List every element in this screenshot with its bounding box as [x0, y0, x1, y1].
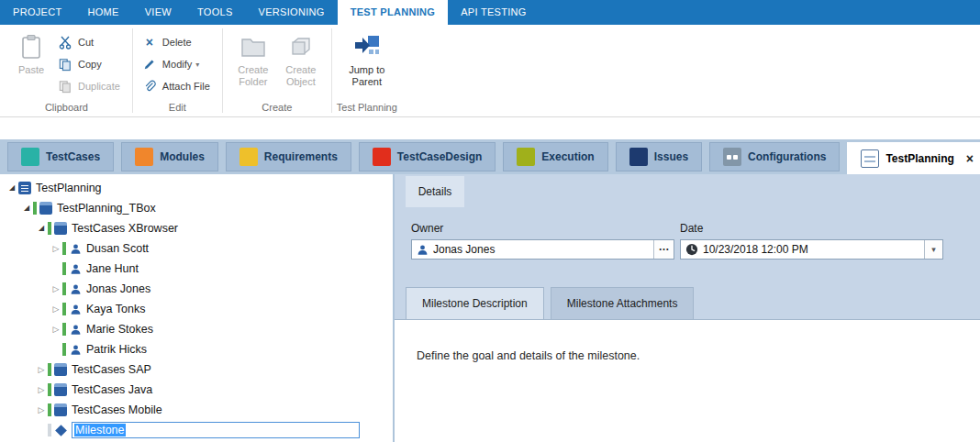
collapsed-arrow-icon[interactable]: ▷: [50, 303, 62, 315]
group-label-create: Create: [224, 100, 330, 116]
ribbon-group-create: Create Folder Create Object Create: [224, 25, 330, 116]
ribbon: Paste Cut Copy: [0, 25, 980, 117]
tab-testcases[interactable]: TestCases: [7, 142, 114, 171]
ribbon-separator: [132, 28, 133, 113]
menubar: PROJECT HOME VIEW TOOLS VERSIONING TEST …: [0, 0, 980, 25]
collapsed-arrow-icon[interactable]: ▷: [35, 383, 48, 396]
tree-item-label: Kaya Tonks: [86, 303, 145, 315]
collapsed-arrow-icon[interactable]: ▷: [50, 282, 62, 295]
menu-view[interactable]: VIEW: [132, 0, 184, 25]
tab-issues[interactable]: Issues: [616, 142, 702, 171]
tree-item-dusan-scott[interactable]: ▷ Dusan Scott: [0, 238, 393, 259]
menu-home[interactable]: HOME: [74, 0, 131, 25]
tab-modules[interactable]: Modules: [121, 142, 218, 171]
folder-icon: [54, 363, 67, 376]
collapsed-arrow-icon[interactable]: ▷: [35, 363, 48, 376]
tree-item-testplanning[interactable]: ◢ TestPlanning: [0, 178, 393, 198]
create-folder-button[interactable]: Create Folder: [229, 29, 277, 88]
tree-item-marie-stokes[interactable]: ▷ Marie Stokes: [0, 319, 393, 339]
tab-milestone-attachments[interactable]: Milestone Attachments: [551, 287, 695, 319]
ribbon-content-gap: [0, 117, 980, 139]
menu-versioning[interactable]: VERSIONING: [246, 0, 338, 25]
tree-item-testcases-mobile[interactable]: ▷ TestCases Mobile: [0, 400, 393, 420]
issues-icon: [629, 148, 648, 166]
copy-button[interactable]: Copy: [55, 53, 126, 75]
modify-dropdown-icon[interactable]: ▾: [195, 61, 199, 69]
group-label-edit: Edit: [134, 100, 221, 116]
project-tree: ◢ TestPlanning ◢ TestPlanning_TBox ◢ Tes…: [0, 174, 395, 442]
tab-issues-label: Issues: [654, 150, 688, 163]
collapsed-arrow-icon[interactable]: ▷: [35, 403, 48, 416]
execution-icon: [517, 148, 535, 166]
tree-item-jonas-jones[interactable]: ▷ Jonas Jones: [0, 279, 393, 299]
delete-icon: ×: [141, 35, 158, 50]
owner-browse-button[interactable]: …: [653, 240, 674, 259]
menu-test-planning[interactable]: TEST PLANNING: [338, 0, 449, 25]
expanded-arrow-icon[interactable]: ◢: [35, 222, 48, 235]
ribbon-separator: [222, 28, 223, 113]
collapsed-arrow-icon[interactable]: ▷: [50, 242, 62, 255]
tree-item-label: TestCases Mobile: [72, 403, 162, 416]
attach-file-button[interactable]: Attach File: [139, 75, 216, 97]
tree-item-label: Marie Stokes: [86, 323, 153, 336]
modify-button[interactable]: Modify ▾: [139, 53, 216, 75]
tab-configurations[interactable]: Configurations: [709, 142, 840, 171]
expanded-arrow-icon[interactable]: ◢: [6, 182, 18, 194]
tab-milestone-description[interactable]: Milestone Description: [406, 287, 544, 319]
tree-item-patrik-hicks[interactable]: Patrik Hicks: [0, 339, 393, 359]
menu-tools[interactable]: TOOLS: [184, 0, 246, 25]
modules-icon: [135, 148, 153, 166]
jump-to-parent-button[interactable]: Jump to Parent: [339, 29, 395, 88]
main-area: ◢ TestPlanning ◢ TestPlanning_TBox ◢ Tes…: [0, 174, 980, 442]
tree-item-label: TestCases SAP: [72, 363, 151, 376]
milestone-rename-input[interactable]: Milestone: [72, 422, 360, 438]
cut-label: Cut: [78, 37, 94, 48]
tree-item-label: Jonas Jones: [86, 282, 150, 295]
configurations-icon: [723, 148, 741, 166]
tree-item-testcases-sap[interactable]: ▷ TestCases SAP: [0, 359, 393, 380]
tree-item-label: TestPlanning_TBox: [57, 202, 156, 215]
status-bar: [48, 383, 51, 396]
tree-item-milestone[interactable]: Milestone: [0, 420, 393, 440]
close-icon[interactable]: ×: [966, 152, 974, 165]
ribbon-separator: [331, 28, 332, 113]
tree-item-testcases-java[interactable]: ▷ TestCases Java: [0, 380, 393, 400]
testplanning-icon: [861, 149, 879, 168]
tab-testplanning[interactable]: TestPlanning ×: [847, 142, 980, 174]
person-icon: [69, 242, 82, 255]
date-dropdown-button[interactable]: ▾: [924, 240, 942, 259]
menu-project[interactable]: PROJECT: [0, 0, 74, 25]
tab-execution[interactable]: Execution: [503, 142, 607, 171]
paste-button[interactable]: Paste: [7, 29, 55, 76]
folder-icon: [54, 222, 67, 235]
milestone-description-area[interactable]: Define the goal and details of the miles…: [395, 319, 980, 442]
create-object-button[interactable]: Create Object: [277, 29, 325, 88]
duplicate-button[interactable]: Duplicate: [55, 75, 126, 97]
collapsed-arrow-icon[interactable]: ▷: [50, 323, 62, 336]
date-field[interactable]: 10/23/2018 12:00 PM ▾: [680, 239, 943, 260]
menu-api-testing[interactable]: API TESTING: [448, 0, 540, 25]
tree-item-testcases-xbrowser[interactable]: ◢ TestCases XBrowser: [0, 218, 393, 238]
delete-button[interactable]: × Delete: [139, 31, 216, 53]
tree-item-testplanning-tbox[interactable]: ◢ TestPlanning_TBox: [0, 198, 393, 218]
details-panel: Details Owner Jonas Jones … Date: [395, 174, 980, 442]
testcasedesign-icon: [373, 148, 391, 166]
ribbon-group-edit: × Delete Modify ▾ Attach F: [134, 25, 221, 116]
tbox-folder-icon: [39, 202, 52, 215]
tree-item-label: TestCases Java: [72, 383, 152, 396]
testplanning-root-icon: [18, 182, 31, 194]
tree-item-kaya-tonks[interactable]: ▷ Kaya Tonks: [0, 299, 393, 319]
date-value: 10/23/2018 12:00 PM: [703, 243, 919, 256]
paste-label: Paste: [18, 64, 44, 76]
folder-icon: [54, 403, 67, 416]
owner-field[interactable]: Jonas Jones …: [411, 239, 674, 260]
person-icon: [69, 343, 82, 356]
tab-details[interactable]: Details: [406, 176, 464, 207]
cut-button[interactable]: Cut: [55, 31, 126, 53]
copy-icon: [57, 57, 73, 72]
expanded-arrow-icon[interactable]: ◢: [20, 202, 33, 215]
tab-testplanning-label: TestPlanning: [885, 152, 953, 165]
tree-item-jane-hunt[interactable]: Jane Hunt: [0, 259, 393, 279]
tab-testcasedesign[interactable]: TestCaseDesign: [359, 142, 496, 171]
tab-requirements[interactable]: Requirements: [226, 142, 351, 171]
